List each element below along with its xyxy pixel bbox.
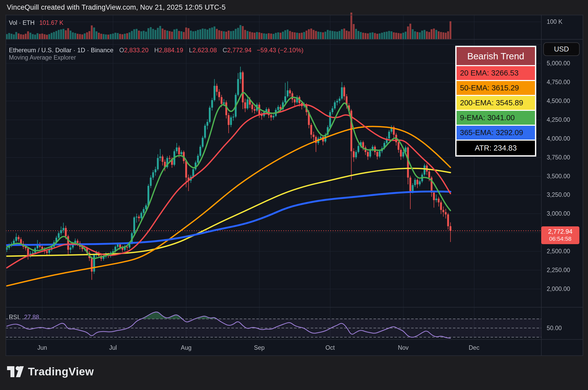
- open-key: O: [119, 47, 124, 54]
- time-axis-month-label: Jun: [37, 344, 47, 351]
- price-tick-label: 4,250.00: [547, 116, 570, 123]
- tradingview-wordmark: TradingView: [28, 365, 94, 378]
- legend-row-ema200: 200-EMA: 3545.89: [457, 96, 535, 110]
- close-value: 2,772.94: [227, 47, 251, 54]
- price-tick-label: 4,500.00: [547, 97, 570, 104]
- high-value: 2,884.19: [159, 47, 183, 54]
- rsi-value: 27.88: [24, 314, 39, 321]
- rsi-header[interactable]: RSI 27.88: [9, 314, 39, 321]
- price-tick-label: 5,000.00: [547, 60, 570, 67]
- price-tick-label: 3,250.00: [547, 191, 570, 198]
- price-tick-label: 3,750.00: [547, 154, 570, 161]
- last-price-badge: 2,772.94 06:54:58: [541, 226, 579, 244]
- attribution-text: VinceQuill created with TradingView.com,…: [7, 3, 226, 12]
- volume-value: 101.67 K: [39, 19, 63, 26]
- change-value: −59.43 (−2.10%): [257, 47, 304, 54]
- time-axis-month-label: Jul: [109, 344, 117, 351]
- trend-legend-title: Bearish Trend: [457, 47, 535, 65]
- time-axis-month-label: Aug: [181, 344, 192, 351]
- volume-label[interactable]: Vol · ETH: [9, 19, 34, 26]
- price-tick-label: 2,500.00: [547, 248, 570, 255]
- volume-header[interactable]: Vol · ETH 101.67 K: [9, 19, 64, 26]
- low-key: L: [189, 47, 192, 54]
- legend-row-ema50: 50-EMA: 3615.29: [457, 81, 535, 95]
- high-key: H: [154, 47, 159, 54]
- legend-row-ema365: 365-EMA: 3292.09: [457, 126, 535, 140]
- price-tick-label: 2,000.00: [547, 285, 570, 292]
- legend-row-ema20: 20 EMA: 3266.53: [457, 66, 535, 80]
- price-tick-label: 4,750.00: [547, 78, 570, 85]
- legend-row-atr: ATR: 234.83: [457, 141, 535, 155]
- price-tick-label: 2,250.00: [547, 267, 570, 274]
- rsi-label[interactable]: RSI: [9, 314, 19, 321]
- time-axis-month-label: Oct: [325, 344, 335, 351]
- close-key: C: [223, 47, 227, 54]
- time-axis-month-label: Nov: [398, 344, 409, 351]
- legend-row-ema9: 9-EMA: 3041.00: [457, 111, 535, 125]
- price-tick-label: 3,000.00: [547, 210, 570, 217]
- price-tick-label: 3,500.00: [547, 173, 570, 180]
- bar-countdown: 06:54:58: [549, 236, 572, 242]
- symbol-title[interactable]: Ethereum / U.S. Dollar · 1D · Binance: [9, 47, 113, 54]
- low-value: 2,623.08: [192, 47, 217, 54]
- tradingview-branding[interactable]: TradingView: [7, 365, 94, 378]
- indicator-name[interactable]: Moving Average Explorer: [9, 54, 76, 61]
- volume-scale-label: 100 K: [547, 18, 562, 25]
- open-value: 2,833.20: [124, 47, 148, 54]
- time-axis-month-label: Dec: [469, 344, 479, 351]
- currency-toggle-button[interactable]: USD: [543, 42, 580, 56]
- tradingview-logo-icon: [7, 365, 24, 378]
- symbol-header[interactable]: Ethereum / U.S. Dollar · 1D · Binance O2…: [9, 47, 303, 54]
- trend-legend-box[interactable]: Bearish Trend 20 EMA: 3266.53 50-EMA: 36…: [455, 46, 536, 157]
- price-tick-label: 4,000.00: [547, 135, 570, 142]
- rsi-scale-label: 50.00: [547, 325, 562, 332]
- last-price-value: 2,772.94: [548, 228, 572, 236]
- time-axis-month-label: Sep: [254, 344, 265, 351]
